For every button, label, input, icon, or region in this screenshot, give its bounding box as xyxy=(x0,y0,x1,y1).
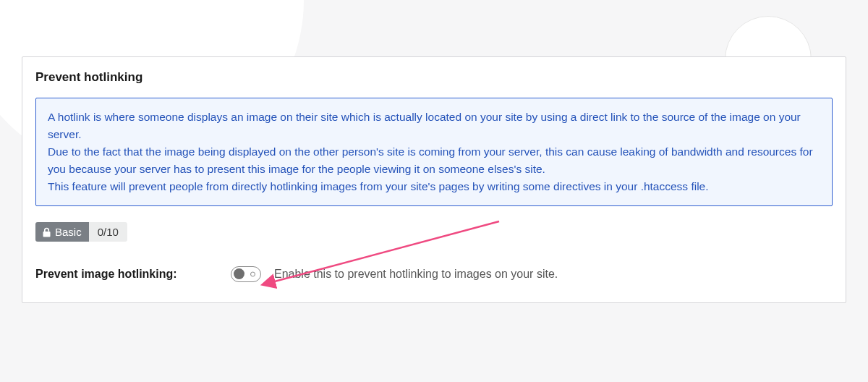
toggle-knob xyxy=(234,268,244,279)
info-paragraph-2: Due to the fact that the image being dis… xyxy=(48,143,820,178)
svg-rect-0 xyxy=(43,232,51,237)
badge-level: Basic xyxy=(35,222,89,242)
card-title: Prevent hotlinking xyxy=(35,70,833,85)
toggle-off-indicator xyxy=(250,272,255,277)
prevent-hotlinking-card: Prevent hotlinking A hotlink is where so… xyxy=(22,56,846,303)
prevent-hotlinking-toggle[interactable] xyxy=(231,266,261,282)
info-paragraph-1: A hotlink is where someone displays an i… xyxy=(48,109,820,143)
badge-level-text: Basic xyxy=(55,226,82,238)
lock-icon xyxy=(42,227,51,237)
setting-description: Enable this to prevent hotlinking to ima… xyxy=(274,268,558,281)
info-message: A hotlink is where someone displays an i… xyxy=(35,98,833,206)
setting-label: Prevent image hotlinking: xyxy=(35,268,231,281)
security-level-badge: Basic 0/10 xyxy=(35,222,127,242)
prevent-image-hotlinking-row: Prevent image hotlinking: Enable this to… xyxy=(35,266,833,282)
info-paragraph-3: This feature will prevent people from di… xyxy=(48,178,820,195)
badge-score: 0/10 xyxy=(89,222,127,242)
